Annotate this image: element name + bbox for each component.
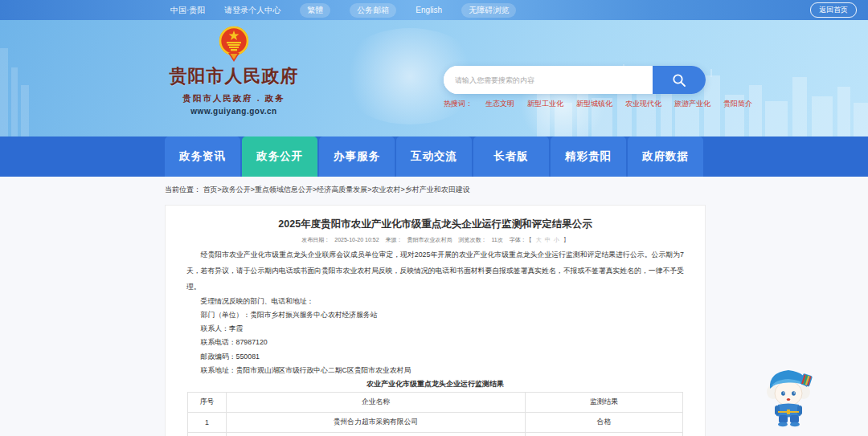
breadcrumb-path[interactable]: 首页>政务公开>重点领域信息公开>经济高质量发展>农业农村>乡村产业和农田建设 [203,185,470,194]
nav-tab-news[interactable]: 政务资讯 [165,137,240,177]
col-header-company: 企业名称 [227,393,526,413]
topbar-link-traditional-chinese[interactable]: 繁體 [300,3,330,18]
table-row: 2 贵州友禾种业有限公司 合格 [188,433,683,436]
hot-word-urbanization[interactable]: 新型城镇化 [576,99,612,109]
info-department: 部门（单位）：贵阳市乡村振兴服务中心农村经济服务站 [186,308,684,322]
hot-word-ecology[interactable]: 生态文明 [485,99,514,109]
info-contact-person: 联系人：李霞 [186,322,684,336]
search-icon [672,73,686,88]
font-size-small-button[interactable]: 小 [554,237,559,242]
topbar-link-english[interactable]: English [416,6,442,14]
monitoring-result-table: 序号 企业名称 监测结果 1 贵州合力超市采购有限公司 合格 2 贵州友禾种业有… [187,392,683,436]
mascot-assistant[interactable] [764,363,815,427]
article-lead-line: 受理情况反映的部门、电话和地址： [186,295,684,308]
topbar-link-official-mail[interactable]: 公务邮箱 [350,3,396,18]
table-header-row: 序号 企业名称 监测结果 [188,393,683,413]
font-size-large-button[interactable]: 大 [536,237,542,242]
national-emblem-icon [217,25,251,62]
hot-search-label: 热搜词： [444,99,473,109]
hot-word-guiyang-intro[interactable]: 贵阳简介 [723,99,752,109]
search-box [444,66,706,94]
nav-tab-gov-data[interactable]: 政府数据 [628,137,703,177]
font-size-label: 字体：【 [510,237,532,242]
topbar-links: 中国·贵阳 请登录个人中心 繁體 公务邮箱 English 无障碍浏览 [170,3,516,18]
mascot-icon [764,363,815,427]
search-area: 热搜词： 生态文明 新型工业化 新型城镇化 农业现代化 旅游产业化 贵阳简介 [444,66,706,109]
col-header-result: 监测结果 [526,393,683,413]
search-input[interactable] [444,66,653,94]
source-label: 来源： [386,237,403,242]
page: 中国·贵阳 请登录个人中心 繁體 公务邮箱 English 无障碍浏览 返回首页 [0,0,868,436]
cell-index: 1 [188,413,227,433]
info-address: 联系地址：贵阳市观山湖区市级行政中心二期C区贵阳市农业农村局 [186,364,684,377]
site-title: 贵阳市人民政府 [166,64,301,88]
nav-tab-gov-affairs-open[interactable]: 政务公开 [242,137,317,177]
topbar-link-accessibility[interactable]: 无障碍浏览 [461,3,516,18]
cell-company: 贵州友禾种业有限公司 [227,433,526,436]
article-meta: 发布日期：2025-10-20 10:52 来源：贵阳市农业农村局 浏览次数：1… [186,236,684,244]
cell-result: 合格 [526,413,683,433]
info-postcode: 邮政编码：550081 [186,350,684,364]
source-value: 贵阳市农业农村局 [407,237,452,242]
table-caption: 农业产业化市级重点龙头企业运行监测结果 [186,378,684,389]
topbar-link-china-guiyang[interactable]: 中国·贵阳 [170,5,205,16]
hot-word-tourism[interactable]: 旅游产业化 [674,99,710,109]
site-header: 贵阳市人民政府 贵阳市人民政府 . 政务 www.guiyang.gov.cn … [0,20,868,137]
return-home-button[interactable]: 返回首页 [810,2,857,18]
font-size-label-close: 】 [563,237,569,242]
cell-index: 2 [188,433,227,436]
article-paragraph: 经贵阳市农业产业化市级重点龙头企业联席会议成员单位审定，现对2025年开展的农业… [186,247,684,295]
breadcrumb-label: 当前位置： [165,185,201,194]
font-size-medium-button[interactable]: 中 [545,237,551,242]
views-label: 浏览次数： [458,237,486,242]
publish-date-label: 发布日期： [301,237,330,242]
topbar: 中国·贵阳 请登录个人中心 繁體 公务邮箱 English 无障碍浏览 返回首页 [0,0,868,20]
breadcrumb: 当前位置： 首页>政务公开>重点领域信息公开>经济高质量发展>农业农村>乡村产业… [165,185,470,195]
info-phone: 联系电话：87987120 [186,336,684,349]
topbar-link-login-personal-center[interactable]: 请登录个人中心 [224,5,280,16]
nav-tab-splendid-guiyang[interactable]: 精彩贵阳 [551,137,626,177]
left-buildings-decoration [0,40,48,137]
hot-word-agri-modernization[interactable]: 农业现代化 [625,99,661,109]
main-nav: 政务资讯 政务公开 办事服务 互动交流 长者版 精彩贵阳 政府数据 [0,137,868,177]
cell-company: 贵州合力超市采购有限公司 [227,413,526,433]
site-brand: 贵阳市人民政府 贵阳市人民政府 . 政务 www.guiyang.gov.cn [166,25,301,116]
nav-tab-interaction[interactable]: 互动交流 [396,137,472,177]
article-title: 2025年度贵阳市农业产业化市级重点龙头企业运行监测和评定结果公示 [186,218,684,230]
nav-tab-senior-version[interactable]: 长者版 [473,137,549,177]
site-url: www.guiyang.gov.cn [166,107,301,116]
cell-result: 合格 [526,433,683,436]
article-card: 2025年度贵阳市农业产业化市级重点龙头企业运行监测和评定结果公示 发布日期：2… [165,205,706,436]
site-subtitle: 贵阳市人民政府 . 政务 [166,93,301,104]
search-button[interactable] [653,66,706,94]
hot-word-industrialization[interactable]: 新型工业化 [527,99,563,109]
hot-search-row: 热搜词： 生态文明 新型工业化 新型城镇化 农业现代化 旅游产业化 贵阳简介 [444,99,706,109]
table-row: 1 贵州合力超市采购有限公司 合格 [188,413,683,433]
nav-tab-services[interactable]: 办事服务 [319,137,395,177]
publish-date: 2025-10-20 10:52 [334,237,379,242]
col-header-index: 序号 [188,393,227,413]
views-value: 11次 [491,237,502,242]
